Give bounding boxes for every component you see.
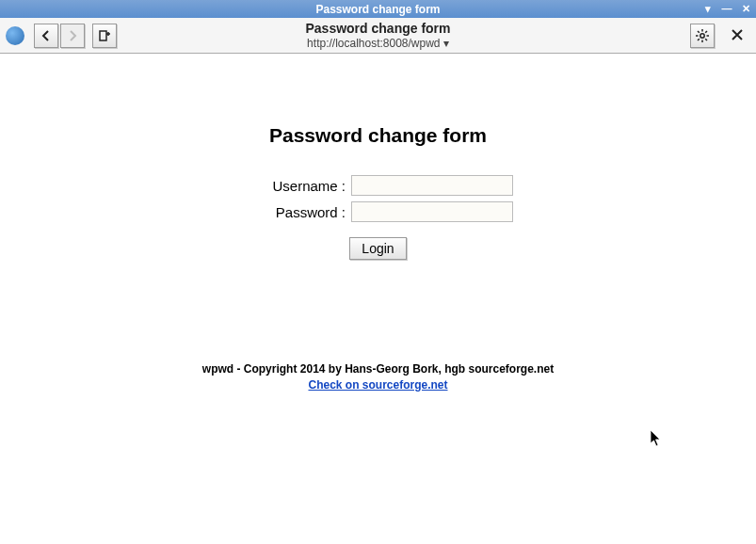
svg-rect-0: [100, 31, 106, 40]
browser-toolbar: Password change form http://localhost:80…: [0, 18, 756, 54]
window-restore-icon[interactable]: —: [720, 2, 733, 15]
svg-line-8: [698, 39, 700, 40]
page-content: Password change form Username : Password…: [0, 54, 756, 544]
gear-icon: [695, 28, 710, 43]
login-button[interactable]: Login: [349, 237, 406, 260]
username-input[interactable]: [351, 175, 513, 196]
window-titlebar: Password change form ▾ — ✕: [0, 0, 756, 18]
window-minimize-icon[interactable]: ▾: [701, 2, 715, 15]
close-icon: [732, 29, 743, 40]
back-button[interactable]: [34, 24, 58, 48]
bookmark-button[interactable]: [92, 24, 117, 48]
nav-group: [34, 24, 85, 48]
settings-button[interactable]: [690, 24, 715, 48]
svg-line-7: [705, 39, 707, 40]
password-label: Password :: [243, 204, 351, 220]
window-close-icon[interactable]: ✕: [739, 2, 752, 15]
svg-line-6: [698, 31, 700, 33]
page-url[interactable]: http://localhost:8008/wpwd ▾: [305, 37, 450, 50]
page-title: Password change form: [305, 21, 450, 37]
username-label: Username :: [243, 178, 351, 194]
svg-point-1: [700, 33, 704, 37]
password-row: Password :: [0, 201, 756, 222]
username-row: Username :: [0, 175, 756, 196]
password-input[interactable]: [351, 201, 513, 222]
svg-line-9: [705, 31, 707, 33]
footer: wpwd - Copyright 2014 by Hans-Georg Bork…: [0, 361, 756, 393]
globe-icon[interactable]: [6, 26, 24, 45]
tab-close-button[interactable]: [726, 27, 748, 44]
toolbar-right-group: [690, 24, 748, 48]
window-controls: ▾ — ✕: [701, 2, 752, 15]
forward-button: [60, 24, 85, 48]
window-title: Password change form: [315, 3, 440, 16]
copyright-text: wpwd - Copyright 2014 by Hans-Georg Bork…: [0, 361, 756, 377]
form-heading: Password change form: [0, 124, 756, 147]
sourceforge-link[interactable]: Check on sourceforge.net: [308, 378, 447, 392]
page-title-block: Password change form http://localhost:80…: [305, 21, 450, 50]
